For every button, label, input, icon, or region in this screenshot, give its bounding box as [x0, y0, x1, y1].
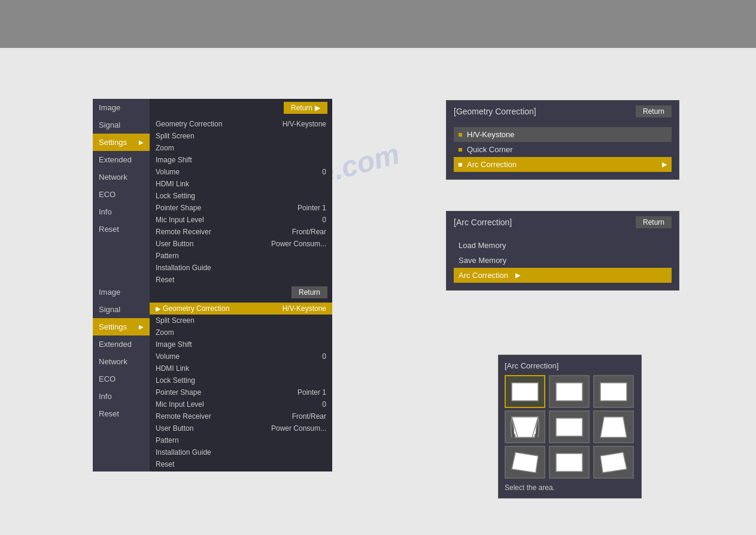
menu-row-zoom-1[interactable]: Zoom [150, 142, 332, 154]
geom-option-hv[interactable]: H/V-Keystone [454, 127, 672, 142]
arc-grid-footer: Select the area. [505, 483, 635, 492]
menu-row-pattern-1[interactable]: Pattern [150, 250, 332, 262]
sidebar-item-settings-2[interactable]: Settings ▶ [93, 318, 150, 335]
menu-row-geom-1[interactable]: Geometry CorrectionH/V-Keystone [150, 118, 332, 130]
svg-marker-10 [600, 452, 627, 473]
geom-dialog-header: [Geometry Correction] Return [447, 101, 679, 122]
arc-option-load[interactable]: Load Memory [454, 238, 672, 253]
top-bar [0, 0, 756, 48]
menu-row-hdmi-1[interactable]: HDMI Link [150, 178, 332, 190]
menu-row-mic-2[interactable]: Mic Input Level0 [150, 398, 332, 410]
sidebar-2: Image Signal Settings ▶ Extended Network… [93, 283, 150, 471]
menu-header-1: Return ▶ [150, 99, 332, 117]
arc-option-correction[interactable]: Arc Correction ▶ [454, 268, 672, 283]
menu-row-lock-2[interactable]: Lock Setting [150, 374, 332, 386]
settings-menu-panel-2: Image Signal Settings ▶ Extended Network… [93, 283, 332, 471]
menu-row-remote-2[interactable]: Remote ReceiverFront/Rear [150, 410, 332, 422]
arc-shape-0 [509, 379, 541, 404]
svg-marker-9 [556, 454, 582, 471]
arc-dialog-options: Load Memory Save Memory Arc Correction ▶ [447, 233, 679, 290]
sidebar-item-extended-2[interactable]: Extended [93, 335, 150, 353]
arc-correction-dialog: [Arc Correction] Return Load Memory Save… [446, 211, 679, 291]
sidebar-item-image-1[interactable]: Image [93, 99, 150, 116]
menu-rows-1: Geometry CorrectionH/V-Keystone Split Sc… [150, 117, 332, 287]
geom-option-quick[interactable]: Quick Corner [454, 142, 672, 157]
menu-row-imgshift-2[interactable]: Image Shift [150, 338, 332, 350]
arc-cell-6[interactable] [505, 446, 545, 479]
sidebar-item-eco-1[interactable]: ECO [93, 186, 150, 203]
geom-dialog-title: [Geometry Correction] [454, 107, 536, 116]
menu-rows-2: ▶ Geometry Correction H/V-Keystone Split… [150, 301, 332, 471]
arc-shape-4 [554, 415, 585, 440]
menu-row-lock-1[interactable]: Lock Setting [150, 190, 332, 202]
arc-shape-8 [598, 450, 629, 475]
sidebar-item-image-2[interactable]: Image [93, 283, 150, 301]
sidebar-item-info-1[interactable]: Info [93, 203, 150, 220]
settings-menu-panel-1: Image Signal Settings ▶ Extended Network… [93, 99, 332, 287]
geometry-correction-dialog: [Geometry Correction] Return H/V-Keyston… [446, 100, 679, 180]
arc-shape-3 [509, 415, 541, 440]
menu-row-user-1[interactable]: User ButtonPower Consum... [150, 238, 332, 250]
menu-row-hdmi-2[interactable]: HDMI Link [150, 362, 332, 374]
sidebar-item-network-1[interactable]: Network [93, 168, 150, 186]
arc-shape-7 [554, 450, 585, 475]
menu-row-volume-1[interactable]: Volume0 [150, 166, 332, 178]
geom-return-button[interactable]: Return [636, 105, 672, 117]
arc-cell-1[interactable] [549, 375, 590, 408]
arc-grid [505, 375, 635, 479]
arc-cell-2[interactable] [593, 375, 634, 408]
sidebar-item-signal-2[interactable]: Signal [93, 301, 150, 318]
menu-row-install-1[interactable]: Installation Guide [150, 262, 332, 274]
arc-shape-2 [598, 379, 629, 404]
arc-grid-title: [Arc Correction] [505, 361, 635, 370]
arc-shape-1 [554, 379, 585, 404]
arc-return-button[interactable]: Return [636, 216, 672, 228]
svg-marker-7 [600, 417, 627, 437]
menu-row-user-2[interactable]: User ButtonPower Consum... [150, 422, 332, 434]
sidebar-item-eco-2[interactable]: ECO [93, 370, 150, 388]
menu-row-split-2[interactable]: Split Screen [150, 315, 332, 327]
arc-grid-dialog: [Arc Correction] [498, 355, 642, 498]
arc-dialog-title: [Arc Correction] [454, 217, 512, 227]
svg-marker-1 [556, 383, 582, 401]
menu-row-mic-1[interactable]: Mic Input Level0 [150, 214, 332, 226]
sidebar-item-info-2[interactable]: Info [93, 388, 150, 405]
return-button-2[interactable]: Return [292, 286, 327, 298]
menu-row-split-1[interactable]: Split Screen [150, 130, 332, 142]
geom-dialog-options: H/V-Keystone Quick Corner Arc Correction… [447, 122, 679, 179]
svg-marker-0 [512, 383, 538, 401]
arc-option-save[interactable]: Save Memory [454, 253, 672, 268]
sidebar-item-extended-1[interactable]: Extended [93, 151, 150, 168]
menu-row-zoom-2[interactable]: Zoom [150, 327, 332, 338]
menu-row-remote-1[interactable]: Remote ReceiverFront/Rear [150, 226, 332, 238]
arc-cell-4[interactable] [549, 410, 590, 443]
menu-row-volume-2[interactable]: Volume0 [150, 350, 332, 362]
arc-cell-7[interactable] [549, 446, 590, 479]
return-button-1[interactable]: Return ▶ [284, 102, 327, 114]
sidebar-item-settings-1[interactable]: Settings ▶ [93, 134, 150, 151]
menu-header-2: Return [150, 283, 332, 301]
menu-row-install-2[interactable]: Installation Guide [150, 446, 332, 458]
arc-cell-0[interactable] [505, 375, 545, 408]
menu-row-pattern-2[interactable]: Pattern [150, 434, 332, 446]
sidebar-1: Image Signal Settings ▶ Extended Network… [93, 99, 150, 287]
sidebar-item-signal-1[interactable]: Signal [93, 116, 150, 134]
arc-cell-8[interactable] [593, 446, 634, 479]
menu-content-2: Return ▶ Geometry Correction H/V-Keyston… [150, 283, 332, 471]
arc-cell-5[interactable] [593, 410, 634, 443]
menu-row-pointer-2[interactable]: Pointer ShapePointer 1 [150, 386, 332, 398]
svg-marker-6 [556, 418, 582, 436]
menu-row-pointer-1[interactable]: Pointer ShapePointer 1 [150, 202, 332, 214]
arc-dialog-header: [Arc Correction] Return [447, 211, 679, 233]
sidebar-item-reset-1[interactable]: Reset [93, 220, 150, 238]
menu-row-reset-2[interactable]: Reset [150, 458, 332, 470]
sidebar-item-reset-2[interactable]: Reset [93, 405, 150, 422]
menu-row-geom-2[interactable]: ▶ Geometry Correction H/V-Keystone [150, 303, 332, 315]
arc-cell-3[interactable] [505, 410, 545, 443]
svg-marker-2 [600, 383, 627, 401]
svg-marker-8 [512, 452, 538, 473]
menu-row-imgshift-1[interactable]: Image Shift [150, 154, 332, 166]
menu-content-1: Return ▶ Geometry CorrectionH/V-Keystone… [150, 99, 332, 287]
geom-option-arc[interactable]: Arc Correction ▶ [454, 157, 672, 172]
sidebar-item-network-2[interactable]: Network [93, 353, 150, 370]
